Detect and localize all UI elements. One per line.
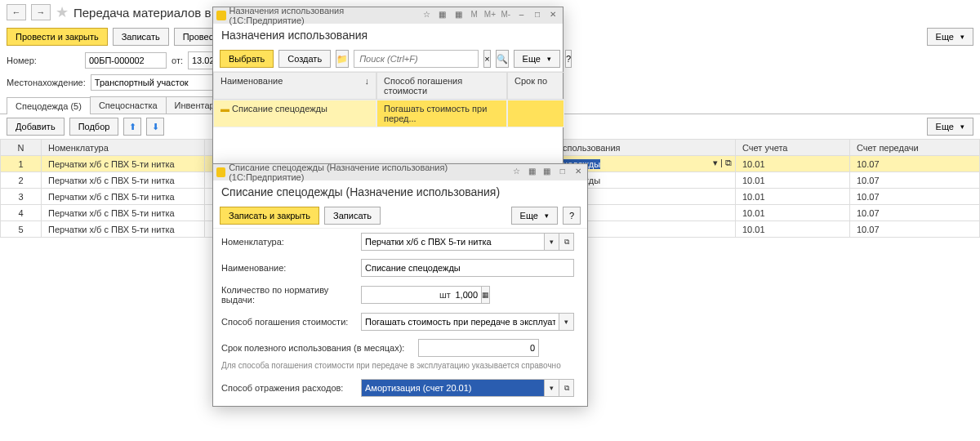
col-name: Наименование↓ xyxy=(213,72,376,100)
maximize-icon[interactable]: □ xyxy=(556,167,568,178)
writeoff-form-window: Списание спецодежды (Назначение использо… xyxy=(212,163,588,407)
tab-spetsosnastka[interactable]: Спецоснастка xyxy=(90,96,167,114)
search-input[interactable] xyxy=(354,50,479,68)
expense-input[interactable] xyxy=(361,379,545,397)
close-icon[interactable]: ✕ xyxy=(572,167,584,178)
close-icon[interactable]: ✕ xyxy=(547,10,559,21)
memory-mminus[interactable]: M- xyxy=(500,10,512,21)
app-1c-icon xyxy=(216,167,225,177)
window-icon[interactable]: ▦ xyxy=(452,10,465,21)
name-input[interactable] xyxy=(361,259,574,277)
tab-spetsodezhda[interactable]: Спецодежда (5) xyxy=(7,97,91,114)
post-and-close-button[interactable]: Провести и закрыть xyxy=(7,28,108,46)
help-button[interactable]: ? xyxy=(565,50,572,68)
move-up-button[interactable]: ⬆ xyxy=(123,118,141,136)
chevron-down-icon[interactable]: ▾ xyxy=(559,313,574,331)
search-exec-button[interactable]: × xyxy=(483,50,490,68)
maximize-icon[interactable]: □ xyxy=(531,10,543,21)
favorite-star-icon[interactable]: ★ xyxy=(56,3,69,21)
modal1-more-button[interactable]: Еще xyxy=(514,50,560,68)
search-exec-button[interactable]: 🔍 xyxy=(496,50,509,68)
method-select[interactable] xyxy=(361,313,559,331)
term-label: Срок полезного использования (в месяцах)… xyxy=(221,343,413,353)
list-item[interactable]: ▬ Списание спецодежды Погашать стоимость… xyxy=(213,100,563,127)
move-down-button[interactable]: ⬇ xyxy=(146,118,164,136)
usage-purposes-window: Назначения использования (1С:Предприятие… xyxy=(212,7,564,169)
window-heading: Списание спецодежды (Назначение использо… xyxy=(213,180,587,203)
save-button[interactable]: Записать xyxy=(113,28,169,46)
app-1c-icon xyxy=(216,11,226,20)
forward-button[interactable]: → xyxy=(31,4,51,20)
location-label: Местонахождение: xyxy=(7,78,86,87)
window-icon[interactable]: ▦ xyxy=(541,167,554,178)
memory-m[interactable]: M xyxy=(468,10,480,21)
col-nomen: Номенклатура xyxy=(42,140,205,156)
number-input[interactable] xyxy=(85,52,167,69)
sub-more-button[interactable]: Еще xyxy=(927,118,973,136)
open-icon[interactable]: ⧉ xyxy=(559,233,574,251)
name-label: Наименование: xyxy=(221,263,356,273)
window-heading: Назначения использования xyxy=(213,24,563,47)
item-icon: ▬ xyxy=(220,104,229,114)
qty-input[interactable] xyxy=(361,286,482,304)
chevron-down-icon[interactable]: ▾ xyxy=(545,379,559,397)
nomen-label: Номенклатура: xyxy=(221,237,356,247)
chevron-down-icon[interactable]: ▾ xyxy=(545,233,559,251)
expense-label: Способ отражения расходов: xyxy=(221,383,356,393)
term-input[interactable] xyxy=(418,339,539,357)
col-usage: спользования xyxy=(556,140,736,156)
window-title: Списание спецодежды (Назначение использо… xyxy=(229,163,504,182)
qty-unit: шт xyxy=(439,290,451,300)
method-hint: Для способа погашения стоимости при пере… xyxy=(213,361,587,375)
qty-label: Количество по нормативу выдачи: xyxy=(221,285,356,305)
from-label: от: xyxy=(172,56,183,65)
window-icon[interactable]: ▦ xyxy=(436,10,448,21)
memory-mplus[interactable]: M+ xyxy=(483,10,496,21)
back-button[interactable]: ← xyxy=(7,4,26,20)
open-icon[interactable]: ⧉ xyxy=(559,379,574,397)
col-acct: Счет учета xyxy=(736,140,850,156)
stepper-icon[interactable]: ▦ xyxy=(482,286,490,304)
minimize-icon[interactable]: – xyxy=(515,10,528,21)
choose-button[interactable]: Выбрать xyxy=(220,50,274,68)
modal2-more-button[interactable]: Еще xyxy=(511,207,558,225)
pick-button[interactable]: Подбор xyxy=(69,118,119,136)
window-icon[interactable]: ☆ xyxy=(510,167,523,178)
col-term: Срок по xyxy=(507,72,564,100)
save-button[interactable]: Записать xyxy=(324,207,381,225)
more-button[interactable]: Еще xyxy=(927,28,973,46)
col-method: Способ погашения стоимости xyxy=(376,72,507,100)
add-button[interactable]: Добавить xyxy=(7,118,65,136)
number-label: Номер: xyxy=(7,56,80,65)
window-title: Назначения использования (1С:Предприятие… xyxy=(229,6,414,25)
nomen-input[interactable] xyxy=(361,233,545,251)
col-n: N xyxy=(1,140,42,156)
save-and-close-button[interactable]: Записать и закрыть xyxy=(220,207,319,225)
location-input[interactable] xyxy=(91,74,221,91)
window-icon[interactable]: ▦ xyxy=(526,167,538,178)
help-button[interactable]: ? xyxy=(563,207,581,225)
create-group-button[interactable]: 📁 xyxy=(336,50,349,68)
method-label: Способ погашения стоимости: xyxy=(221,317,356,327)
window-icon[interactable]: ☆ xyxy=(421,10,433,21)
create-button[interactable]: Создать xyxy=(278,50,331,68)
col-acct-transfer: Счет передачи xyxy=(850,140,980,156)
